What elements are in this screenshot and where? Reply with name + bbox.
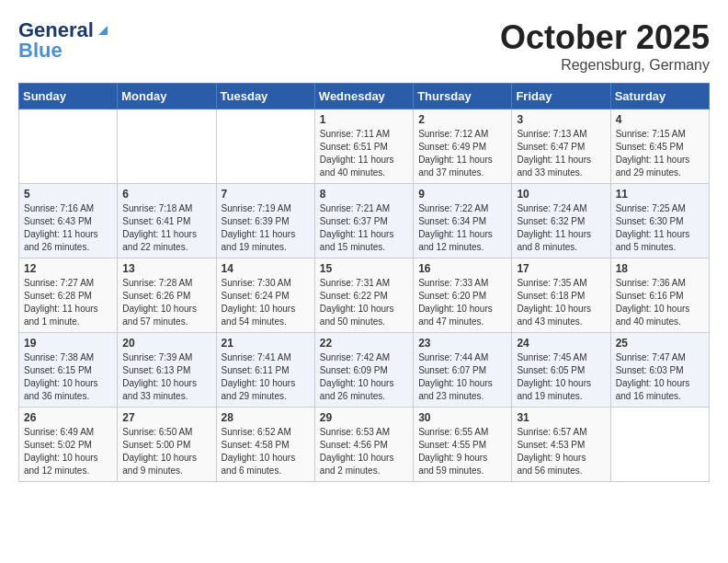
calendar-cell: 13Sunrise: 7:28 AM Sunset: 6:26 PM Dayli… [118,259,216,333]
calendar-cell: 16Sunrise: 7:33 AM Sunset: 6:20 PM Dayli… [414,259,512,333]
calendar-cell: 20Sunrise: 7:39 AM Sunset: 6:13 PM Dayli… [118,333,216,408]
calendar-cell: 25Sunrise: 7:47 AM Sunset: 6:03 PM Dayli… [610,333,709,408]
calendar-cell: 18Sunrise: 7:36 AM Sunset: 6:16 PM Dayli… [610,259,709,333]
day-number: 28 [222,411,310,424]
day-info: Sunrise: 7:18 AM Sunset: 6:41 PM Dayligh… [122,202,210,254]
calendar-cell: 23Sunrise: 7:44 AM Sunset: 6:07 PM Dayli… [414,333,512,408]
day-info: Sunrise: 7:38 AM Sunset: 6:15 PM Dayligh… [24,351,112,403]
day-number: 29 [320,411,408,424]
day-number: 26 [24,411,112,424]
calendar-cell: 9Sunrise: 7:22 AM Sunset: 6:34 PM Daylig… [414,184,512,259]
day-number: 13 [122,262,210,275]
day-info: Sunrise: 7:39 AM Sunset: 6:13 PM Dayligh… [122,351,210,403]
logo-arrow-icon [95,22,111,39]
day-number: 19 [24,337,112,350]
calendar-cell [19,109,118,184]
calendar-cell: 26Sunrise: 6:49 AM Sunset: 5:02 PM Dayli… [19,408,118,482]
logo-blue: Blue [18,39,63,63]
day-number: 24 [517,337,605,350]
calendar-cell: 17Sunrise: 7:35 AM Sunset: 6:18 PM Dayli… [512,259,610,333]
day-number: 25 [616,337,704,350]
day-number: 8 [320,188,408,201]
day-info: Sunrise: 7:19 AM Sunset: 6:39 PM Dayligh… [222,202,310,254]
calendar-week-row: 12Sunrise: 7:27 AM Sunset: 6:28 PM Dayli… [19,259,710,333]
day-info: Sunrise: 6:53 AM Sunset: 4:56 PM Dayligh… [320,426,408,477]
weekday-header-friday: Friday [512,84,610,109]
day-number: 5 [24,188,112,201]
day-info: Sunrise: 6:52 AM Sunset: 4:58 PM Dayligh… [222,426,310,477]
calendar-cell: 11Sunrise: 7:25 AM Sunset: 6:30 PM Dayli… [610,184,709,259]
day-info: Sunrise: 7:15 AM Sunset: 6:45 PM Dayligh… [616,128,704,179]
page-subtitle: Regensburg, Germany [500,57,710,74]
day-number: 11 [616,188,704,201]
day-info: Sunrise: 7:22 AM Sunset: 6:34 PM Dayligh… [418,202,506,254]
day-number: 23 [418,337,506,350]
weekday-header-monday: Monday [118,84,216,109]
calendar-cell: 12Sunrise: 7:27 AM Sunset: 6:28 PM Dayli… [19,259,118,333]
day-info: Sunrise: 7:27 AM Sunset: 6:28 PM Dayligh… [24,277,112,328]
calendar-cell: 8Sunrise: 7:21 AM Sunset: 6:37 PM Daylig… [314,184,413,259]
calendar-cell: 6Sunrise: 7:18 AM Sunset: 6:41 PM Daylig… [118,184,216,259]
logo: General Blue [18,18,112,63]
day-info: Sunrise: 7:47 AM Sunset: 6:03 PM Dayligh… [616,351,704,403]
calendar-cell: 28Sunrise: 6:52 AM Sunset: 4:58 PM Dayli… [216,408,314,482]
calendar-cell: 22Sunrise: 7:42 AM Sunset: 6:09 PM Dayli… [314,333,413,408]
day-number: 30 [418,411,506,424]
day-info: Sunrise: 7:21 AM Sunset: 6:37 PM Dayligh… [320,202,408,254]
day-info: Sunrise: 6:57 AM Sunset: 4:53 PM Dayligh… [517,426,605,477]
day-info: Sunrise: 7:24 AM Sunset: 6:32 PM Dayligh… [517,202,605,254]
day-info: Sunrise: 7:28 AM Sunset: 6:26 PM Dayligh… [122,277,210,328]
calendar-week-row: 19Sunrise: 7:38 AM Sunset: 6:15 PM Dayli… [19,333,710,408]
day-info: Sunrise: 7:12 AM Sunset: 6:49 PM Dayligh… [418,128,506,179]
weekday-header-tuesday: Tuesday [216,84,314,109]
calendar-cell: 27Sunrise: 6:50 AM Sunset: 5:00 PM Dayli… [118,408,216,482]
day-number: 10 [517,188,605,201]
calendar-cell: 5Sunrise: 7:16 AM Sunset: 6:43 PM Daylig… [19,184,118,259]
day-info: Sunrise: 7:31 AM Sunset: 6:22 PM Dayligh… [320,277,408,328]
calendar-cell: 7Sunrise: 7:19 AM Sunset: 6:39 PM Daylig… [216,184,314,259]
day-number: 7 [222,188,310,201]
calendar-cell: 19Sunrise: 7:38 AM Sunset: 6:15 PM Dayli… [19,333,118,408]
svg-marker-0 [98,26,108,35]
day-number: 4 [616,113,704,126]
day-number: 9 [418,188,506,201]
calendar-cell [216,109,314,184]
calendar-cell [118,109,216,184]
day-number: 21 [222,337,310,350]
calendar-week-row: 5Sunrise: 7:16 AM Sunset: 6:43 PM Daylig… [19,184,710,259]
day-number: 31 [517,411,605,424]
day-info: Sunrise: 6:49 AM Sunset: 5:02 PM Dayligh… [24,426,112,477]
day-info: Sunrise: 7:16 AM Sunset: 6:43 PM Dayligh… [24,202,112,254]
calendar-table: SundayMondayTuesdayWednesdayThursdayFrid… [18,83,710,482]
calendar-cell: 1Sunrise: 7:11 AM Sunset: 6:51 PM Daylig… [314,109,413,184]
calendar-cell [610,408,709,482]
day-info: Sunrise: 7:35 AM Sunset: 6:18 PM Dayligh… [517,277,605,328]
calendar-cell: 29Sunrise: 6:53 AM Sunset: 4:56 PM Dayli… [314,408,413,482]
day-number: 3 [517,113,605,126]
title-block: October 2025 Regensburg, Germany [500,18,710,74]
day-info: Sunrise: 7:13 AM Sunset: 6:47 PM Dayligh… [517,128,605,179]
day-number: 22 [320,337,408,350]
day-info: Sunrise: 7:30 AM Sunset: 6:24 PM Dayligh… [222,277,310,328]
day-number: 16 [418,262,506,275]
day-info: Sunrise: 7:11 AM Sunset: 6:51 PM Dayligh… [320,128,408,179]
day-info: Sunrise: 7:25 AM Sunset: 6:30 PM Dayligh… [616,202,704,254]
day-info: Sunrise: 7:36 AM Sunset: 6:16 PM Dayligh… [616,277,704,328]
day-info: Sunrise: 6:50 AM Sunset: 5:00 PM Dayligh… [122,426,210,477]
day-number: 1 [320,113,408,126]
calendar-cell: 3Sunrise: 7:13 AM Sunset: 6:47 PM Daylig… [512,109,610,184]
day-info: Sunrise: 7:41 AM Sunset: 6:11 PM Dayligh… [222,351,310,403]
day-info: Sunrise: 6:55 AM Sunset: 4:55 PM Dayligh… [418,426,506,477]
calendar-cell: 24Sunrise: 7:45 AM Sunset: 6:05 PM Dayli… [512,333,610,408]
calendar-cell: 14Sunrise: 7:30 AM Sunset: 6:24 PM Dayli… [216,259,314,333]
day-info: Sunrise: 7:45 AM Sunset: 6:05 PM Dayligh… [517,351,605,403]
day-number: 2 [418,113,506,126]
calendar-week-row: 1Sunrise: 7:11 AM Sunset: 6:51 PM Daylig… [19,109,710,184]
day-number: 15 [320,262,408,275]
day-info: Sunrise: 7:42 AM Sunset: 6:09 PM Dayligh… [320,351,408,403]
calendar-cell: 2Sunrise: 7:12 AM Sunset: 6:49 PM Daylig… [414,109,512,184]
day-number: 20 [122,337,210,350]
day-number: 6 [122,188,210,201]
calendar-cell: 21Sunrise: 7:41 AM Sunset: 6:11 PM Dayli… [216,333,314,408]
page-title: October 2025 [500,18,710,57]
